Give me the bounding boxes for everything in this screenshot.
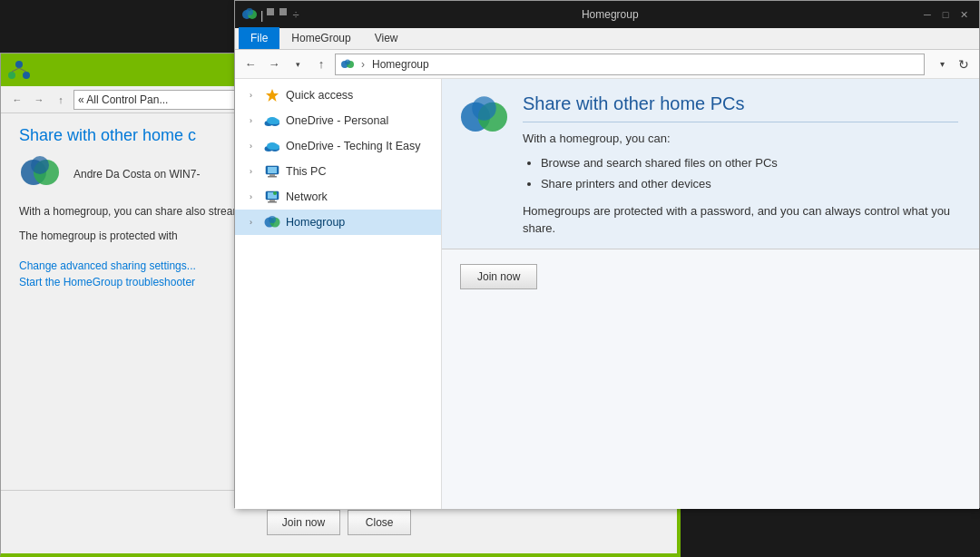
tab-file[interactable]: File (239, 27, 279, 49)
quick-access-label: Quick access (286, 89, 353, 102)
bg-forward-button[interactable]: → (30, 91, 48, 109)
svg-rect-30 (268, 201, 277, 203)
onedrive-personal-label: OneDrive - Personal (286, 114, 388, 127)
titlebar-controls: ─ □ ✕ (919, 6, 972, 23)
minimize-button[interactable]: ─ (919, 6, 936, 23)
svg-rect-24 (268, 167, 277, 173)
onedrive-teching-chevron: › (250, 142, 259, 151)
svg-marker-14 (266, 89, 279, 102)
titlebar-icon-group: | ÷ (242, 8, 301, 22)
svg-line-3 (12, 68, 19, 72)
refresh-button[interactable]: ↻ (954, 54, 974, 74)
bg-close-button[interactable]: Close (348, 510, 411, 535)
bg-back-button[interactable]: ← (8, 91, 26, 109)
this-pc-label: This PC (286, 165, 326, 178)
sidebar-item-onedrive-teching[interactable]: › OneDrive - Teching It Easy (235, 133, 441, 159)
panel-subtitle: With a homegroup, you can: (523, 132, 961, 145)
sidebar-item-this-pc[interactable]: › This PC (235, 159, 441, 184)
homegroup-icon (264, 214, 280, 230)
forward-button[interactable]: → (264, 54, 284, 74)
address-bar[interactable]: › Homegroup (335, 54, 925, 75)
bg-homegroup-icon (19, 156, 63, 192)
quick-access-icon (264, 87, 280, 103)
address-homegroup-icon (341, 59, 354, 70)
svg-point-0 (15, 61, 23, 68)
svg-point-34 (269, 216, 276, 223)
svg-point-31 (273, 191, 277, 195)
address-dropdown-button[interactable]: ▾ (932, 54, 952, 74)
content-area: › Quick access › (235, 79, 979, 509)
bg-computer-label: Andre Da Costa on WIN7- (74, 168, 200, 181)
tab-view[interactable]: View (363, 27, 410, 49)
svg-point-13 (345, 59, 350, 64)
up-button[interactable]: ↑ (311, 54, 331, 74)
join-now-button[interactable]: Join now (460, 264, 537, 289)
close-button[interactable]: ✕ (956, 6, 972, 23)
svg-point-7 (31, 156, 49, 174)
onedrive-personal-chevron: › (250, 116, 259, 125)
panel-features-list: Browse and search shared files on other … (523, 152, 961, 195)
right-panel: Share with other home PCs With a homegro… (442, 79, 979, 509)
onedrive-teching-label: OneDrive - Teching It Easy (286, 140, 420, 152)
bg-address-text: « All Control Pan... (78, 93, 168, 106)
panel-feature-2: Share printers and other devices (541, 173, 961, 194)
network-icon-bg (8, 59, 30, 81)
sidebar: › Quick access › (235, 79, 442, 509)
svg-point-22 (272, 144, 279, 150)
bg-join-now-button[interactable]: Join now (267, 510, 340, 535)
svg-rect-25 (270, 174, 275, 176)
onedrive-personal-icon (264, 112, 280, 129)
nav-bar: ← → ▾ ↑ › Homegroup ▾ ↻ (235, 50, 979, 79)
panel-header: Share with other home PCs With a homegro… (442, 79, 979, 249)
panel-title: Share with other home PCs (523, 93, 961, 114)
panel-body: Join now (442, 249, 979, 304)
homegroup-label: Homegroup (286, 216, 345, 229)
svg-point-10 (246, 8, 253, 15)
tab-homegroup[interactable]: HomeGroup (279, 27, 362, 49)
titlebar-title: Homegroup (307, 8, 914, 21)
back-button[interactable]: ← (240, 54, 260, 74)
onedrive-teching-icon (264, 138, 280, 154)
svg-rect-29 (270, 200, 275, 201)
this-pc-chevron: › (250, 167, 259, 176)
this-pc-icon (264, 163, 280, 180)
bg-up-button[interactable]: ↑ (52, 91, 70, 109)
svg-rect-26 (268, 176, 277, 178)
main-window: | ÷ Homegroup ─ □ ✕ File HomeGroup View … (234, 0, 980, 508)
svg-point-37 (472, 96, 495, 120)
maximize-button[interactable]: □ (937, 6, 954, 23)
panel-homegroup-icon (460, 93, 508, 137)
sidebar-item-quick-access[interactable]: › Quick access (235, 83, 441, 108)
svg-line-4 (19, 68, 26, 72)
panel-note: Homegroups are protected with a password… (523, 202, 961, 238)
sidebar-item-homegroup[interactable]: › Homegroup (235, 210, 441, 235)
address-text: Homegroup (372, 58, 429, 71)
sidebar-item-onedrive-personal[interactable]: › OneDrive - Personal (235, 108, 441, 133)
panel-feature-1: Browse and search shared files on other … (541, 152, 961, 173)
titlebar-homegroup-icon (242, 8, 257, 21)
network-chevron: › (250, 192, 259, 201)
network-label: Network (286, 191, 328, 203)
quick-access-chevron: › (250, 91, 259, 100)
ribbon-tabs: File HomeGroup View (235, 28, 979, 50)
recent-button[interactable]: ▾ (288, 54, 308, 74)
svg-point-2 (23, 72, 30, 79)
svg-point-1 (8, 72, 15, 79)
sidebar-item-network[interactable]: › Network (235, 184, 441, 210)
homegroup-chevron: › (250, 218, 259, 227)
panel-text-content: Share with other home PCs With a homegro… (523, 93, 961, 238)
titlebar: | ÷ Homegroup ─ □ ✕ (235, 1, 979, 28)
svg-point-18 (272, 119, 279, 124)
network-icon (264, 189, 280, 205)
